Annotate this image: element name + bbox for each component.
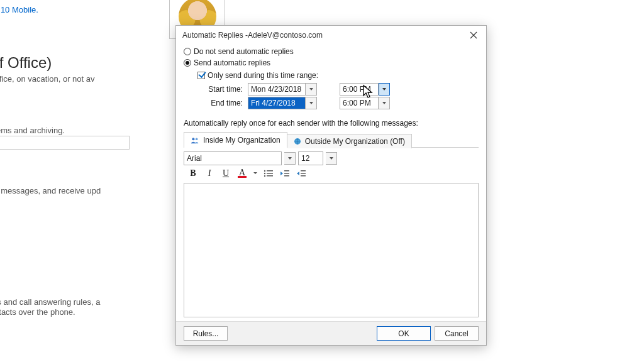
end-date-dropdown[interactable] xyxy=(306,97,317,109)
radio-do-not-send-label: Do not send automatic replies xyxy=(194,47,294,56)
ok-button[interactable]: OK xyxy=(377,326,431,341)
start-time-label: Start time: xyxy=(197,85,248,94)
svg-point-5 xyxy=(264,173,265,174)
font-toolbar: Arial 12 xyxy=(184,151,479,165)
format-toolbar: B I U A xyxy=(184,168,479,179)
svg-rect-9 xyxy=(284,170,289,172)
svg-rect-10 xyxy=(284,173,289,174)
svg-point-7 xyxy=(264,175,265,177)
font-color-button[interactable]: A xyxy=(236,168,248,179)
tab-inside-label: Inside My Organization xyxy=(203,136,280,145)
svg-rect-13 xyxy=(301,173,306,174)
rules-button[interactable]: Rules... xyxy=(184,326,228,341)
tabs: Inside My Organization Outside My Organi… xyxy=(184,131,479,148)
start-date-field[interactable]: Mon 4/23/2018 xyxy=(248,83,306,96)
only-send-label: Only send during this time range: xyxy=(208,71,318,80)
chevron-down-icon xyxy=(253,171,258,176)
section-desc-5b: essages, calendar, and contacts over the… xyxy=(0,307,75,317)
list-icon xyxy=(264,169,274,178)
start-time-field[interactable]: 6:00 PM xyxy=(340,83,379,96)
chevron-down-icon xyxy=(329,156,334,161)
font-name-combo[interactable]: Arial xyxy=(184,151,282,165)
section-desc-5a: your PIN, setup notifications and call a… xyxy=(0,297,100,307)
tab-inside-org[interactable]: Inside My Organization xyxy=(184,132,287,148)
radio-icon xyxy=(184,48,191,55)
section-desc-3a: ganize your incoming email messages, and… xyxy=(0,186,101,195)
tab-outside-label: Outside My Organization (Off) xyxy=(305,137,405,146)
people-icon xyxy=(191,136,199,144)
indent-icon xyxy=(296,169,306,178)
underline-button[interactable]: U xyxy=(220,168,231,179)
dialog-title-email: AdeleV@contoso.com xyxy=(248,31,323,40)
section-heading: Out of Office) xyxy=(0,54,52,72)
section-desc-1: others that you are out of office, on va… xyxy=(0,74,95,84)
end-time-field[interactable]: 6:00 PM xyxy=(340,97,379,109)
dialog-footer: Rules... OK Cancel xyxy=(176,321,486,345)
chevron-down-icon xyxy=(382,101,387,106)
radio-do-not-send[interactable]: Do not send automatic replies xyxy=(184,46,479,57)
bold-button[interactable]: B xyxy=(187,168,199,179)
dialog-titlebar: Automatic Replies - AdeleV@contoso.com xyxy=(176,26,486,45)
reply-message-label: Automatically reply once for each sender… xyxy=(184,119,479,128)
svg-rect-14 xyxy=(301,175,306,177)
svg-point-1 xyxy=(196,138,198,140)
outdent-icon xyxy=(280,169,290,178)
globe-icon xyxy=(294,138,301,145)
checkbox-icon xyxy=(197,72,205,79)
dialog-title-prefix: Automatic Replies - xyxy=(182,31,248,40)
message-editor[interactable] xyxy=(184,183,479,317)
chevron-down-icon xyxy=(287,156,292,161)
end-date-field[interactable]: Fri 4/27/2018 xyxy=(248,97,306,109)
font-name-dropdown[interactable] xyxy=(284,152,296,165)
font-color-dropdown[interactable] xyxy=(253,171,258,176)
start-time-dropdown[interactable] xyxy=(379,83,390,96)
svg-point-3 xyxy=(264,170,265,172)
end-time-dropdown[interactable] xyxy=(379,97,390,109)
automatic-replies-dialog: Automatic Replies - AdeleV@contoso.com D… xyxy=(175,25,487,346)
tab-outside-org[interactable]: Outside My Organization (Off) xyxy=(287,134,412,148)
mobile-link[interactable]: Phone, iPad, Android, or Windows 10 Mobi… xyxy=(0,5,38,14)
radio-icon xyxy=(184,59,191,67)
checkbox-only-send-range[interactable]: Only send during this time range: xyxy=(197,70,479,81)
section-desc-2: box by emptying Deleted Items and archiv… xyxy=(0,126,65,135)
cancel-button[interactable]: Cancel xyxy=(435,326,479,341)
svg-rect-11 xyxy=(284,175,289,177)
svg-rect-4 xyxy=(267,170,273,172)
end-time-label: End time: xyxy=(197,99,248,107)
start-date-dropdown[interactable] xyxy=(306,83,317,96)
increase-indent-button[interactable] xyxy=(296,168,307,179)
svg-rect-6 xyxy=(267,173,273,174)
svg-rect-12 xyxy=(301,170,306,172)
svg-point-0 xyxy=(192,138,194,140)
radio-send[interactable]: Send automatic replies xyxy=(184,57,479,69)
close-icon xyxy=(470,31,477,39)
background-inputbox[interactable] xyxy=(0,136,130,150)
font-size-dropdown[interactable] xyxy=(326,152,337,165)
close-button[interactable] xyxy=(465,28,482,42)
chevron-down-icon xyxy=(309,87,314,92)
decrease-indent-button[interactable] xyxy=(279,168,291,179)
italic-button[interactable]: I xyxy=(204,168,215,179)
chevron-down-icon xyxy=(309,101,314,106)
radio-send-label: Send automatic replies xyxy=(194,58,270,67)
bullet-list-button[interactable] xyxy=(263,168,274,179)
svg-rect-8 xyxy=(267,175,273,177)
font-size-combo[interactable]: 12 xyxy=(298,151,323,165)
chevron-down-icon xyxy=(382,87,387,92)
